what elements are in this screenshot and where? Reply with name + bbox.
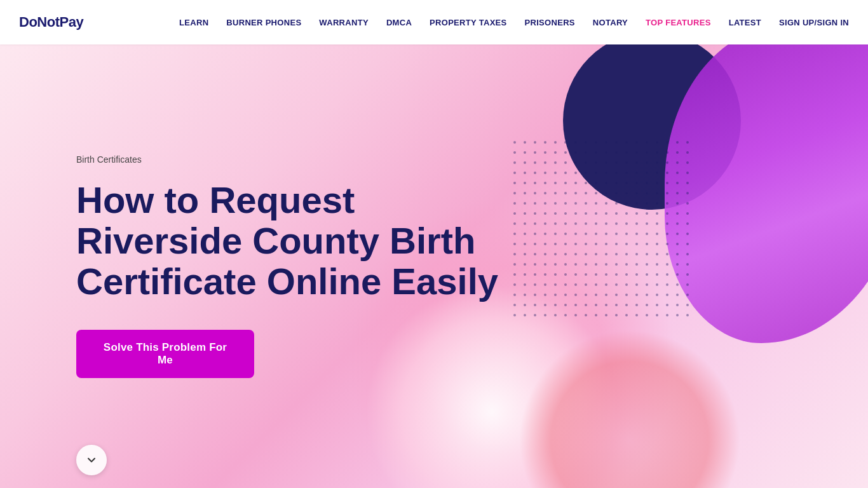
nav-links: LEARN BURNER PHONES WARRANTY DMCA PROPER…: [179, 17, 849, 28]
hero-section: Birth Certificates How to Request Rivers…: [0, 44, 868, 488]
nav-learn[interactable]: LEARN: [179, 18, 208, 27]
nav-top-features[interactable]: TOP FEATURES: [646, 18, 711, 27]
nav-burner-phones[interactable]: BURNER PHONES: [226, 18, 301, 27]
nav-notary[interactable]: NOTARY: [593, 18, 628, 27]
blob-purple-decoration: [665, 44, 868, 343]
scroll-down-button[interactable]: [76, 445, 107, 475]
cta-button[interactable]: Solve This Problem For Me: [76, 330, 254, 378]
nav-prisoners[interactable]: PRISONERS: [525, 18, 575, 27]
chevron-down-icon: [85, 454, 98, 466]
hero-content: Birth Certificates How to Request Rivers…: [0, 44, 521, 488]
site-logo[interactable]: DoNotPay: [19, 14, 83, 30]
hero-title: How to Request Riverside County Birth Ce…: [76, 180, 521, 301]
dot-pattern-decoration: [512, 140, 690, 318]
breadcrumb: Birth Certificates: [76, 154, 521, 165]
nav-property-taxes[interactable]: PROPERTY TAXES: [430, 18, 506, 27]
svg-rect-1: [512, 140, 690, 318]
navbar: DoNotPay LEARN BURNER PHONES WARRANTY DM…: [0, 0, 868, 44]
nav-dmca[interactable]: DMCA: [386, 18, 412, 27]
nav-latest[interactable]: LATEST: [729, 18, 761, 27]
nav-sign-in[interactable]: SIGN UP/SIGN IN: [779, 18, 849, 27]
nav-warranty[interactable]: WARRANTY: [319, 18, 369, 27]
